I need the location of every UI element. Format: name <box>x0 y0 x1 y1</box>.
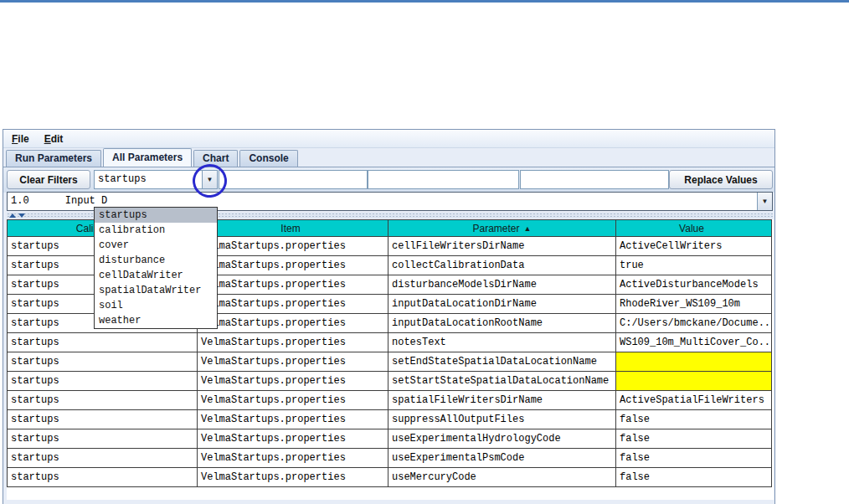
group-filter-value: startups <box>95 171 202 188</box>
cell-item[interactable]: VelmaStartups.properties <box>198 314 388 333</box>
table-row: startupsVelmaStartups.propertiessetEndSt… <box>8 352 772 372</box>
dropdown-item[interactable]: soil <box>95 298 217 313</box>
table-row: startupsVelmaStartups.propertiesuseExper… <box>8 449 772 468</box>
cell-parameter[interactable]: collectCalibrationData <box>388 256 616 275</box>
collapse-up-icon[interactable] <box>9 213 16 218</box>
cell-calibration[interactable]: startups <box>8 449 198 468</box>
column-header-item[interactable]: Item <box>198 220 388 237</box>
cell-item[interactable]: VelmaStartups.properties <box>198 333 388 352</box>
cell-value[interactable]: false <box>616 449 772 468</box>
cell-item[interactable]: VelmaStartups.properties <box>198 391 388 410</box>
dropdown-item[interactable]: weather <box>95 313 217 328</box>
tab-console[interactable]: Console <box>239 150 297 167</box>
dropdown-item[interactable]: spatialDataWriter <box>95 283 217 298</box>
cell-parameter[interactable]: inputDataLocationDirName <box>388 295 616 314</box>
dropdown-item[interactable]: disturbance <box>95 253 217 268</box>
cell-item[interactable]: VelmaStartups.properties <box>198 237 388 256</box>
cell-value[interactable]: false <box>616 429 772 449</box>
cell-parameter[interactable]: useExperimentalHydrologyCode <box>388 429 616 449</box>
cell-parameter[interactable]: useMercuryCode <box>388 468 616 487</box>
tab-run-parameters[interactable]: Run Parameters <box>6 150 101 167</box>
cell-calibration[interactable]: startups <box>8 352 198 372</box>
cell-item[interactable]: VelmaStartups.properties <box>198 275 388 295</box>
cell-parameter[interactable]: notesText <box>388 333 616 352</box>
cell-item[interactable]: VelmaStartups.properties <box>198 295 388 314</box>
cell-parameter[interactable]: useExperimentalPsmCode <box>388 449 616 468</box>
menu-item-edit[interactable]: Edit <box>42 132 66 146</box>
tab-chart[interactable]: Chart <box>193 150 238 167</box>
dropdown-item[interactable]: cover <box>95 238 217 253</box>
collapse-down-icon[interactable] <box>18 213 25 218</box>
cell-value[interactable]: C:/Users/bmckane/Docume... <box>616 314 772 333</box>
cell-item[interactable]: VelmaStartups.properties <box>198 372 388 391</box>
menu-item-file[interactable]: File <box>9 132 32 146</box>
column-header-parameter[interactable]: Parameter▲ <box>388 220 616 237</box>
table-row: startupsVelmaStartups.propertiessuppress… <box>8 410 772 429</box>
cell-calibration[interactable]: startups <box>8 333 198 352</box>
cell-parameter[interactable]: setStartStateSpatialDataLocationName <box>388 372 616 391</box>
cell-calibration[interactable]: startups <box>8 372 198 391</box>
cell-value[interactable]: true <box>616 256 772 275</box>
group-dropdown-popup: startupscalibrationcoverdisturbancecellD… <box>94 207 218 329</box>
cell-calibration[interactable]: startups <box>8 429 198 449</box>
value-filter-input[interactable] <box>520 170 669 189</box>
table-row: startupsVelmaStartups.propertiesuseMercu… <box>8 468 772 487</box>
cell-value[interactable]: ActiveDisturbanceModels <box>616 275 772 295</box>
cell-value[interactable]: ActiveSpatialFileWriters <box>616 391 772 410</box>
group-filter-dropdown-button[interactable]: ▼ <box>202 171 217 188</box>
app-window: FileEdit Run ParametersAll ParametersCha… <box>3 129 775 504</box>
table-row: startupsVelmaStartups.propertiessetStart… <box>8 372 772 391</box>
cell-item[interactable]: VelmaStartups.properties <box>198 468 388 487</box>
group-filter-combobox[interactable]: startups ▼ <box>94 170 218 189</box>
tab-all-parameters[interactable]: All Parameters <box>103 148 192 167</box>
table-row: startupsVelmaStartups.propertiesuseExper… <box>8 429 772 449</box>
cell-parameter[interactable]: suppressAllOutputFiles <box>388 410 616 429</box>
chevron-down-icon: ▼ <box>762 198 769 205</box>
parameter-filter-input[interactable] <box>368 170 519 189</box>
cell-value[interactable] <box>616 372 772 391</box>
document-accent-line <box>0 0 849 3</box>
cell-parameter[interactable]: setEndStateSpatialDataLocationName <box>388 352 616 372</box>
cell-parameter[interactable]: cellFileWritersDirName <box>388 237 616 256</box>
cell-value[interactable] <box>616 352 772 372</box>
menu-bar: FileEdit <box>3 130 774 148</box>
item-filter-input[interactable] <box>219 170 368 189</box>
cell-parameter[interactable]: disturbanceModelsDirName <box>388 275 616 295</box>
cell-parameter[interactable]: inputDataLocationRootName <box>388 314 616 333</box>
cell-item[interactable]: VelmaStartups.properties <box>198 429 388 449</box>
table-row: startupsVelmaStartups.propertiesnotesTex… <box>8 333 772 352</box>
parameter-set-dropdown-button[interactable]: ▼ <box>757 193 772 210</box>
cell-value[interactable]: ActiveCellWriters <box>616 237 772 256</box>
cell-item[interactable]: VelmaStartups.properties <box>198 352 388 372</box>
column-header-value[interactable]: Value <box>616 220 772 237</box>
clear-filters-button[interactable]: Clear Filters <box>7 170 90 189</box>
cell-value[interactable]: false <box>616 410 772 429</box>
cell-parameter[interactable]: spatialFileWritersDirName <box>388 391 616 410</box>
sort-ascending-icon: ▲ <box>524 224 532 233</box>
cell-value[interactable]: WS109_10m_MultiCover_Co... <box>616 333 772 352</box>
cell-item[interactable]: VelmaStartups.properties <box>198 449 388 468</box>
cell-value[interactable]: false <box>616 468 772 487</box>
dropdown-item[interactable]: calibration <box>95 223 217 238</box>
cell-value[interactable]: RhodeRiver_WS109_10m <box>616 295 772 314</box>
table-row: startupsVelmaStartups.propertiesspatialF… <box>8 391 772 410</box>
cell-calibration[interactable]: startups <box>8 391 198 410</box>
replace-values-button[interactable]: Replace Values <box>669 170 773 189</box>
dropdown-item[interactable]: cellDataWriter <box>95 268 217 283</box>
cell-calibration[interactable]: startups <box>8 410 198 429</box>
dropdown-item[interactable]: startups <box>95 208 217 223</box>
filter-toolbar: Clear Filters startups ▼ Replace Values <box>3 167 774 193</box>
cell-item[interactable]: VelmaStartups.properties <box>198 256 388 275</box>
tab-bar: Run ParametersAll ParametersChartConsole <box>3 148 774 167</box>
cell-calibration[interactable]: startups <box>8 468 198 487</box>
chevron-down-icon: ▼ <box>207 176 214 183</box>
cell-item[interactable]: VelmaStartups.properties <box>198 410 388 429</box>
